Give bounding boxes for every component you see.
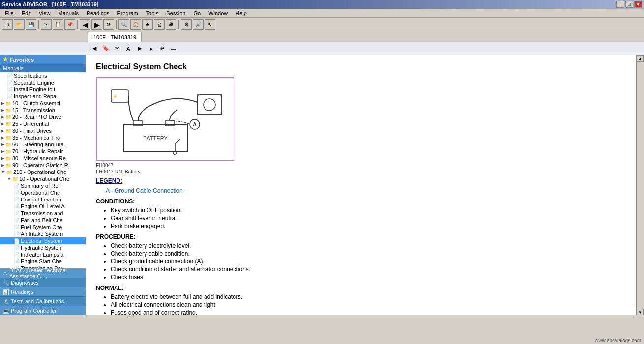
tree-item-13[interactable]: ▶ 📁 90 - Operator Station R <box>0 162 86 169</box>
tree-item-2[interactable]: 📄 Install Engine to t <box>0 86 86 93</box>
toolbar-forward[interactable]: ▶ <box>91 19 102 30</box>
doc-icon-21: 📄 <box>14 218 20 223</box>
maximize-button[interactable]: □ <box>625 1 633 8</box>
tree-label-15: 10 - Operational Che <box>19 176 69 182</box>
toolbar-print2[interactable]: 🖶 <box>166 19 176 30</box>
diagnostics-panel[interactable]: 🔧 Diagnostics <box>0 278 86 287</box>
menu-bar: File Edit View Manuals Readings Program … <box>0 9 644 18</box>
toolbar-cursor[interactable]: ↖ <box>205 19 215 30</box>
svg-text:A: A <box>193 121 197 127</box>
tree-item-0[interactable]: 📄 Specifications <box>0 72 86 79</box>
tree-label-3: Inspect and Repa <box>14 93 56 99</box>
condition-item-1: Gear shift lever in neutral. <box>111 215 626 222</box>
toolbar-back[interactable]: ◀ <box>80 19 90 30</box>
doc-bookmark-btn[interactable]: 🔖 <box>101 44 111 54</box>
readings-panel[interactable]: 📊 Readings <box>0 287 86 297</box>
toolbar-copy[interactable]: 📋 <box>53 19 63 30</box>
tree-item-17[interactable]: 📄 Operational Che <box>0 189 86 196</box>
toolbar-cut[interactable]: ✂ <box>41 19 52 30</box>
menu-readings[interactable]: Readings <box>84 10 112 17</box>
tree-item-7[interactable]: ▶ 📁 25 - Differential <box>0 120 86 127</box>
tree-item-25[interactable]: 📄 Hydraulic System <box>0 244 86 251</box>
toolbar-home[interactable]: 🏠 <box>130 19 141 30</box>
tree-label-6: 20 - Rear PTO Drive <box>12 114 61 120</box>
toolbar-save[interactable]: 💾 <box>26 19 36 30</box>
tree-item-23[interactable]: 📄 Air Intake System <box>0 230 86 237</box>
doc-icon-16: 📄 <box>14 183 20 189</box>
toolbar-zoom-in[interactable]: 🔎 <box>193 19 204 30</box>
tree-item-1[interactable]: 📄 Separate Engine <box>0 79 86 86</box>
menu-session[interactable]: Session <box>163 10 188 17</box>
folder-icon-13: 📁 <box>5 163 11 168</box>
menu-edit[interactable]: Edit <box>19 10 34 17</box>
doc-search-btn[interactable]: A <box>123 44 133 54</box>
folder-icon-11: 📁 <box>5 149 11 154</box>
doc-collapse-btn[interactable]: — <box>169 44 178 54</box>
close-button[interactable]: ✕ <box>634 1 642 8</box>
content-scrollbar[interactable]: ▲ ▼ <box>636 55 644 315</box>
menu-help[interactable]: Help <box>233 10 250 17</box>
tree-item-6[interactable]: ▶ 📁 20 - Rear PTO Drive <box>0 114 86 120</box>
doc-icon-26: 📄 <box>14 252 20 258</box>
toolbar-refresh[interactable]: ⟳ <box>103 19 114 30</box>
tree-item-15[interactable]: ▼ 📁 10 - Operational Che <box>0 175 86 182</box>
expand-icon-10: ▶ <box>1 142 4 147</box>
menu-view[interactable]: View <box>36 10 54 17</box>
program-panel[interactable]: 💻 Program Controller <box>0 306 86 315</box>
doc-forward-btn[interactable]: ▶ <box>135 44 145 54</box>
toolbar-sep3 <box>116 20 117 29</box>
title-bar-buttons[interactable]: _ □ ✕ <box>616 1 642 8</box>
minimize-button[interactable]: _ <box>616 1 624 8</box>
doc-back-btn[interactable]: ◀ <box>89 44 99 54</box>
procedure-item-4: Check fuses. <box>111 274 626 281</box>
tests-panel[interactable]: 🔬 Tests and Calibrations <box>0 297 86 306</box>
tab-main[interactable]: 100F - TM103319 <box>88 32 142 42</box>
doc-icon-2: 📄 <box>7 87 13 92</box>
toolbar-bookmark[interactable]: ★ <box>142 19 153 30</box>
menu-tools[interactable]: Tools <box>143 10 162 17</box>
tree-item-16[interactable]: 📄 Summary of Ref <box>0 182 86 189</box>
page-title: Electrical System Check <box>96 62 626 71</box>
scroll-up-btn[interactable]: ▲ <box>637 55 644 62</box>
tree-label-12: 80 - Miscellaneous Re <box>12 155 66 161</box>
tree-item-21[interactable]: 📄 Fan and Belt Che <box>0 217 86 224</box>
menu-file[interactable]: File <box>2 10 17 17</box>
tree-item-14[interactable]: ▼ 📁 210 - Operational Che <box>0 169 86 175</box>
tree-item-3[interactable]: 📄 Inspect and Repa <box>0 93 86 100</box>
procedure-title: PROCEDURE: <box>96 233 626 240</box>
tree-item-9[interactable]: ▶ 📁 35 - Mechanical Fro <box>0 134 86 141</box>
folder-icon-14: 📁 <box>6 170 12 175</box>
tree-item-8[interactable]: ▶ 📁 30 - Final Drives <box>0 127 86 134</box>
menu-window[interactable]: Window <box>205 10 231 17</box>
toolbar-open[interactable]: 📂 <box>14 19 25 30</box>
tree-item-24[interactable]: 📄 Electrical System <box>0 237 86 244</box>
tree-item-26[interactable]: 📄 Indicator Lamps a <box>0 251 86 258</box>
tree-item-22[interactable]: 📄 Fuel System Che <box>0 224 86 230</box>
toolbar-print[interactable]: 🖨 <box>154 19 165 30</box>
toolbar-settings[interactable]: ⚙ <box>181 19 192 30</box>
legend-link[interactable]: LEGEND: <box>96 177 626 184</box>
manuals-section[interactable]: Manuals <box>0 64 86 72</box>
toolbar-search[interactable]: 🔍 <box>118 19 129 30</box>
doc-print-btn[interactable]: ✂ <box>112 44 122 54</box>
menu-program[interactable]: Program <box>114 10 141 17</box>
tree-item-11[interactable]: ▶ 📁 70 - Hydraulic Repair <box>0 148 86 155</box>
tree-item-19[interactable]: 📄 Engine Oil Level A <box>0 203 86 210</box>
tree-item-12[interactable]: ▶ 📁 80 - Miscellaneous Re <box>0 155 86 162</box>
dtac-panel[interactable]: ⚠ DTAC (Dealer Technical Assistance C... <box>0 269 86 278</box>
tree-item-20[interactable]: 📄 Transmission and <box>0 210 86 217</box>
tree-item-18[interactable]: 📄 Coolant Level an <box>0 196 86 203</box>
doc-highlight-btn[interactable]: ♦ <box>146 44 156 54</box>
tree-item-27[interactable]: 📄 Engine Start Che <box>0 258 86 265</box>
doc-icon-22: 📄 <box>14 225 20 230</box>
tree-item-10[interactable]: ▶ 📁 60 - Steering and Bra <box>0 141 86 148</box>
menu-go[interactable]: Go <box>190 10 204 17</box>
tree-item-4[interactable]: ▶ 📁 10 - Clutch Assembl <box>0 100 86 107</box>
toolbar-new[interactable]: 🗋 <box>2 19 13 30</box>
menu-manuals[interactable]: Manuals <box>55 10 82 17</box>
doc-link-btn[interactable]: ↵ <box>157 44 167 54</box>
toolbar-paste[interactable]: 📌 <box>64 19 75 30</box>
tree-item-5[interactable]: ▶ 📁 15 - Transmission <box>0 107 86 114</box>
folder-icon-12: 📁 <box>5 156 11 161</box>
scroll-down-btn[interactable]: ▼ <box>637 309 644 315</box>
